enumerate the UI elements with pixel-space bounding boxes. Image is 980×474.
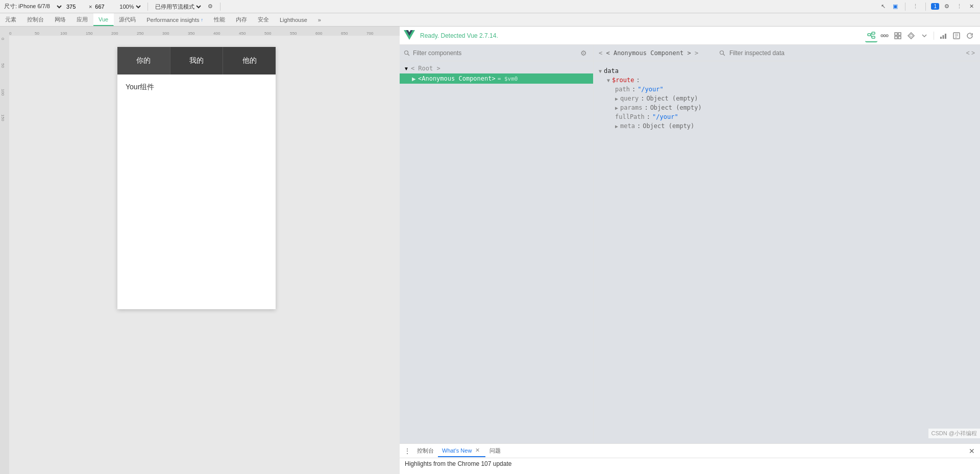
tree-anonymous-item[interactable]: ▶ <Anonymous Component> = $vm0 bbox=[400, 73, 593, 84]
devtools-tabbar: 元素 控制台 网络 应用 Vue 源代码 Performance insight… bbox=[0, 13, 980, 27]
watermark: CSDN @小祥编程 bbox=[928, 429, 980, 438]
svg-line-4 bbox=[871, 35, 872, 37]
tree-body: ▼ < Root > ▶ <Anonymous Component> = $vm… bbox=[400, 61, 593, 443]
svg-point-5 bbox=[881, 35, 883, 37]
device-frame: 你的 我的 他的 Your组件 bbox=[117, 47, 276, 309]
tree-settings-icon[interactable]: ⚙ bbox=[578, 48, 589, 58]
svg-rect-12 bbox=[895, 36, 897, 39]
settings-icon[interactable]: ⚙ bbox=[206, 2, 215, 11]
separator-3 bbox=[905, 3, 905, 11]
bottom-tab-whatsnew[interactable]: What's New ✕ bbox=[438, 445, 485, 457]
svg-rect-13 bbox=[898, 36, 901, 39]
diamond-icon[interactable] bbox=[905, 30, 917, 42]
main-layout: 0 50 100 150 200 250 300 350 400 450 500… bbox=[0, 27, 980, 474]
component-search-input[interactable] bbox=[413, 49, 575, 57]
zoom-select[interactable]: 100% bbox=[117, 3, 142, 10]
close-all-btn[interactable]: ✕ bbox=[966, 447, 978, 455]
inspector-panel: < < Anonymous Component > > < > bbox=[594, 45, 980, 443]
svg-point-23 bbox=[405, 51, 408, 54]
component-tree-icon[interactable] bbox=[865, 29, 877, 42]
tree-search-bar: ⚙ bbox=[400, 45, 593, 61]
bar-chart-icon[interactable] bbox=[937, 30, 949, 42]
tab-memory[interactable]: 内存 bbox=[231, 13, 253, 26]
svg-point-7 bbox=[886, 35, 888, 37]
width-input[interactable] bbox=[66, 4, 86, 10]
more-icon[interactable]: ⋮ bbox=[911, 2, 920, 11]
route-key: ▼ $route : bbox=[599, 76, 975, 85]
bottom-tab-issues[interactable]: 问题 bbox=[485, 445, 505, 457]
tab-vue[interactable]: Vue bbox=[93, 13, 114, 26]
ruler-vertical: 0 50 100 150 bbox=[0, 36, 9, 474]
tab-security[interactable]: 安全 bbox=[253, 13, 275, 26]
devtools-refresh-icon[interactable]: ✕ bbox=[967, 2, 976, 11]
tab-console[interactable]: 控制台 bbox=[22, 13, 50, 26]
anonymous-label: <Anonymous Component> bbox=[418, 75, 496, 82]
app-tab-other[interactable]: 他的 bbox=[223, 47, 276, 74]
inspector-component-name: < < Anonymous Component > > bbox=[599, 49, 715, 57]
separator-1 bbox=[148, 3, 148, 11]
ruler-horizontal: 0 50 100 150 200 250 300 350 400 450 500… bbox=[0, 27, 400, 36]
svg-line-3 bbox=[871, 33, 872, 35]
page-count-badge[interactable]: 1 bbox=[931, 3, 939, 10]
component-tree: ⚙ ▼ < Root > ▶ <Anonymous Component> = $… bbox=[400, 45, 594, 443]
vue-main-content: ⚙ ▼ < Root > ▶ <Anonymous Component> = $… bbox=[400, 45, 980, 443]
tab-performance[interactable]: 性能 bbox=[209, 13, 231, 26]
inspect-icon[interactable] bbox=[950, 30, 963, 42]
svg-point-25 bbox=[720, 51, 723, 54]
svg-rect-2 bbox=[872, 36, 875, 38]
app-tab-your[interactable]: 你的 bbox=[117, 47, 170, 74]
throttle-select[interactable]: 已停用节流模式 bbox=[153, 3, 203, 10]
top-toolbar: 尺寸: iPhone 6/7/8 × 100% 已停用节流模式 ⚙ ↖ ▣ ⋮ … bbox=[0, 0, 980, 13]
meta-key: ▶ meta : Object (empty) bbox=[599, 121, 975, 131]
tab-performance-insights[interactable]: Performance insights ↑ bbox=[141, 13, 209, 26]
grid-icon[interactable] bbox=[892, 30, 904, 42]
app-tab-mine[interactable]: 我的 bbox=[170, 47, 224, 74]
params-key: ▶ params : Object (empty) bbox=[599, 103, 975, 112]
tab-lighthouse[interactable]: Lighthouse bbox=[275, 13, 313, 26]
cursor-icon[interactable]: ↖ bbox=[879, 2, 888, 11]
app-content: Your组件 bbox=[117, 74, 276, 309]
vue-refresh-icon[interactable] bbox=[964, 30, 976, 42]
bottom-three-dot[interactable]: ⋮ bbox=[402, 447, 413, 455]
devtools-dots-icon[interactable]: ⋮ bbox=[954, 2, 964, 11]
device-select[interactable] bbox=[53, 3, 63, 10]
separator-4 bbox=[925, 3, 926, 11]
vue-status-text: Ready. Detected Vue 2.7.14. bbox=[420, 32, 863, 39]
bottom-bar-tabs: ⋮ 控制台 What's New ✕ 问题 ✕ bbox=[400, 444, 980, 458]
tab-elements[interactable]: 元素 bbox=[0, 13, 22, 26]
vue-devtools-panel: Ready. Detected Vue 2.7.14. bbox=[400, 27, 980, 474]
svg-rect-17 bbox=[943, 35, 944, 39]
svg-line-26 bbox=[723, 54, 725, 56]
mobile-icon[interactable]: ▣ bbox=[891, 2, 900, 11]
vue-toolbar-icons bbox=[865, 29, 976, 42]
inspector-search-input[interactable] bbox=[729, 49, 962, 57]
tab-application[interactable]: 应用 bbox=[71, 13, 93, 26]
app-tabs: 你的 我的 他的 bbox=[117, 47, 276, 74]
vue-toolbar: Ready. Detected Vue 2.7.14. bbox=[400, 27, 980, 45]
tab-network[interactable]: 网络 bbox=[50, 13, 71, 26]
svg-point-6 bbox=[884, 35, 886, 37]
svg-line-24 bbox=[408, 54, 410, 56]
data-section: ▼ data ▼ $route : path : bbox=[594, 65, 980, 132]
vue-logo bbox=[404, 30, 415, 41]
dropdown-icon[interactable] bbox=[918, 30, 930, 42]
svg-rect-11 bbox=[898, 33, 901, 35]
inspector-angle-icon[interactable]: < > bbox=[966, 49, 975, 57]
height-input[interactable] bbox=[95, 4, 114, 10]
toolbar-divider bbox=[934, 32, 934, 40]
close-whatsnew-btn[interactable]: ✕ bbox=[474, 447, 481, 454]
inspector-header: < < Anonymous Component > > < > bbox=[594, 45, 980, 61]
query-key: ▶ query : Object (empty) bbox=[599, 94, 975, 103]
devtools-settings-icon[interactable]: ⚙ bbox=[942, 2, 951, 11]
tree-root-item[interactable]: ▼ < Root > bbox=[400, 63, 593, 73]
tab-sources[interactable]: 源代码 bbox=[114, 13, 141, 26]
bottom-tab-console[interactable]: 控制台 bbox=[413, 445, 438, 457]
fullpath-key: fullPath : "/your" bbox=[599, 112, 975, 121]
root-label: < Root > bbox=[411, 65, 440, 72]
tab-more[interactable]: » bbox=[313, 13, 327, 26]
bottom-bar: ⋮ 控制台 What's New ✕ 问题 ✕ Highlights from … bbox=[400, 443, 980, 474]
app-content-text: Your组件 bbox=[126, 83, 154, 91]
preview-area: 0 50 100 150 200 250 300 350 400 450 500… bbox=[0, 27, 400, 474]
vm-ref: = $vm0 bbox=[498, 76, 518, 82]
timeline-icon[interactable] bbox=[878, 30, 891, 42]
